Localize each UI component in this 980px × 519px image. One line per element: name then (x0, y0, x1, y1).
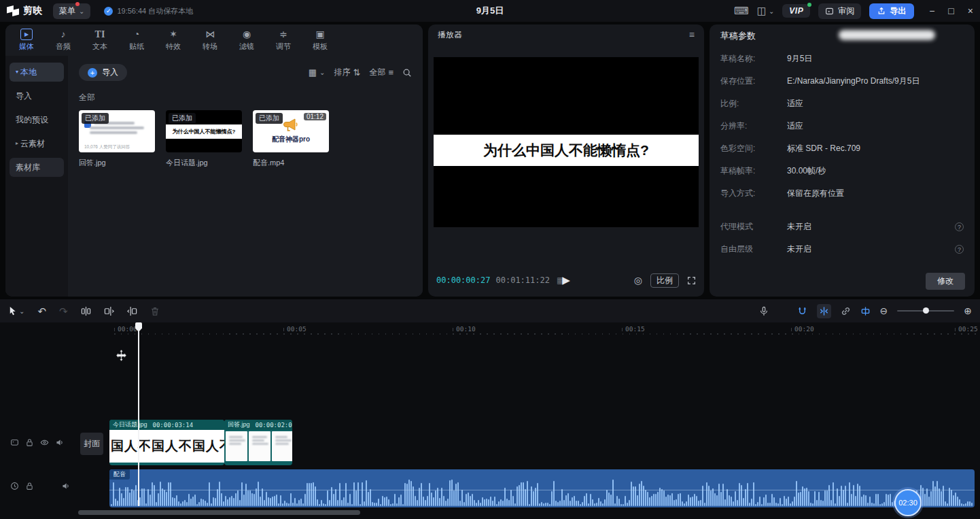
player-menu-icon[interactable]: ≡ (689, 29, 695, 40)
undo-button[interactable]: ↶ (37, 306, 46, 316)
clip-name: 回答.jpg (228, 420, 250, 429)
audio-waveform (111, 478, 973, 506)
fullscreen-icon[interactable] (687, 276, 696, 285)
menu-notification-dot (75, 2, 80, 6)
search-icon[interactable] (402, 68, 412, 78)
total-timecode: 00:01:11:22 (495, 275, 549, 285)
shortcut-keyboard-icon[interactable]: ⌨ (734, 5, 749, 17)
split-button[interactable] (81, 306, 91, 316)
cursor-icon (8, 306, 17, 316)
review-button[interactable]: 审阅 (818, 3, 861, 19)
help-icon[interactable]: ? (955, 245, 964, 254)
play-button[interactable]: ▶ (562, 274, 570, 286)
delete-button[interactable] (150, 306, 160, 316)
ruler-tick: 00:00 (114, 325, 137, 333)
tab-adjust[interactable]: ≑ 调节 (265, 29, 302, 52)
media-name: 回答.jpg (79, 158, 155, 168)
media-thumbnail: 已添加 01:12 配音神器pro (253, 110, 329, 152)
tab-template[interactable]: ▣ 模板 (302, 29, 338, 52)
sidebar-item-cloud[interactable]: ▸ 云素材 (10, 134, 64, 153)
review-icon (825, 7, 834, 16)
zoom-in-icon[interactable]: ⊕ (964, 306, 972, 316)
mute-icon[interactable] (55, 438, 64, 447)
player-panel: 播放器 ≡ 为什么中国人不能懒惰点? 00:00:00:27 00:01:11:… (428, 24, 704, 297)
import-button[interactable]: + 导入 (79, 64, 127, 81)
tab-transition[interactable]: ⋈ 转场 (192, 29, 228, 52)
clip-filmstrip (224, 430, 292, 463)
menu-button[interactable]: 菜单 ⌄ (53, 3, 90, 19)
playhead[interactable] (135, 322, 142, 506)
template-icon: ▣ (315, 29, 324, 40)
view-mode-button[interactable]: ▦ ⌄ (309, 67, 326, 78)
effects-icon: ✶ (169, 29, 177, 40)
select-tool-button[interactable]: ⌄ (8, 306, 24, 316)
export-button[interactable]: 导出 (869, 3, 914, 19)
tab-sticker[interactable]: ◔ 贴纸 (118, 29, 155, 52)
tab-effects[interactable]: ✶ 特效 (155, 29, 192, 52)
layout-switch-button[interactable]: ◫ ⌄ (757, 5, 775, 17)
timeline-ruler[interactable]: 00:00 00:05 00:10 00:15 00:20 00:25 (0, 322, 980, 337)
sidebar-item-import[interactable]: 导入 (10, 86, 64, 105)
export-icon (877, 7, 886, 15)
eye-icon[interactable] (40, 438, 49, 447)
delete-right-button[interactable] (127, 306, 137, 316)
ruler-tick: 00:25 (955, 325, 978, 333)
timeline-clip-answer[interactable]: 回答.jpg 00:00:02:00 (224, 420, 292, 465)
sidebar-item-presets[interactable]: 我的预设 (10, 110, 64, 129)
preview-axis-toggle[interactable] (860, 306, 871, 316)
playhead-handle[interactable] (135, 322, 142, 332)
linkage-toggle[interactable] (841, 306, 851, 316)
record-voiceover-button[interactable] (759, 306, 769, 316)
timeline-zoom-slider[interactable] (897, 307, 954, 315)
player-controls: 00:00:00:27 00:01:11:22 ▦ ▶ ◎ 比例 (436, 272, 696, 288)
delete-left-button[interactable] (104, 306, 114, 316)
param-row: 保存位置:E:/Naraka/JianyingPro Drafts/9月5日 (710, 70, 975, 93)
tab-audio[interactable]: ♪ 音频 (45, 29, 82, 52)
app-window: 剪映 菜单 ⌄ ✓ 19:56:44 自动保存本地 9月5日 ⌨ ◫ ⌄ VIP… (0, 0, 980, 519)
sort-button[interactable]: 排序 ⇅ (334, 67, 361, 78)
ruler-tick: 00:15 (622, 325, 645, 333)
lock-icon[interactable] (25, 438, 34, 447)
snapshot-icon[interactable]: ◎ (634, 275, 642, 286)
modify-button[interactable]: 修改 (926, 273, 965, 290)
mute-icon[interactable] (61, 482, 70, 490)
maximize-button[interactable]: □ (948, 5, 953, 16)
media-card-answer[interactable]: 已添加 10,076 人赞同了该回答 回答.jpg (79, 110, 155, 168)
media-name: 配音.mp4 (253, 158, 329, 168)
sidebar-item-library[interactable]: 素材库 (10, 158, 64, 177)
playhead-line (138, 324, 139, 506)
audio-clip-name: 配音 (109, 469, 130, 480)
audio-track-icon[interactable] (10, 482, 19, 490)
tab-text[interactable]: TI 文本 (82, 29, 118, 52)
filter-button[interactable]: 全部 ≡ (369, 67, 393, 78)
slider-thumb[interactable] (923, 307, 929, 314)
timeline-scrollbar[interactable] (78, 510, 360, 515)
timeline-clip-topic[interactable]: 今日话题.jpg 00:00:03:14 国人不国人不国人不国人 (109, 420, 224, 465)
sidebar-item-local[interactable]: ▾ 本地 (10, 63, 64, 82)
tab-filter[interactable]: ◉ 滤镜 (228, 29, 265, 52)
sticker-icon: ◔ (134, 29, 139, 40)
lock-icon[interactable] (25, 482, 34, 490)
vip-button[interactable]: VIP (782, 4, 810, 18)
media-card-topic[interactable]: 已添加 为什么中国人不能懒惰点? 今日话题.jpg (166, 110, 242, 168)
chevron-down-icon: ⌄ (769, 7, 774, 15)
zoom-out-icon[interactable]: ⊖ (880, 306, 888, 316)
thumbnail-caption: 10,076 人赞同了该回答 (84, 144, 130, 150)
app-logo: 剪映 (7, 5, 42, 17)
tab-media[interactable]: ▶ 媒体 (8, 29, 45, 52)
video-track-icon[interactable] (10, 438, 19, 447)
media-card-voiceover[interactable]: 已添加 01:12 配音神器pro 配音.mp4 (253, 110, 329, 168)
timeline-audio-clip[interactable]: 配音 (109, 469, 975, 507)
minimize-button[interactable]: − (929, 5, 934, 16)
ratio-button[interactable]: 比例 (650, 273, 679, 288)
close-button[interactable]: × (968, 5, 973, 16)
cover-button[interactable]: 封面 (80, 433, 103, 455)
voiceover-app-text: 配音神器pro (272, 135, 310, 144)
media-thumbnail: 已添加 10,076 人赞同了该回答 (79, 110, 155, 152)
time-bubble[interactable]: 02:30 (894, 489, 922, 516)
redo-button[interactable]: ↷ (59, 306, 68, 316)
help-icon[interactable]: ? (955, 222, 964, 231)
auto-snap-toggle[interactable] (817, 304, 831, 318)
added-badge: 已添加 (256, 113, 283, 124)
main-track-magnet-toggle[interactable] (797, 306, 807, 316)
